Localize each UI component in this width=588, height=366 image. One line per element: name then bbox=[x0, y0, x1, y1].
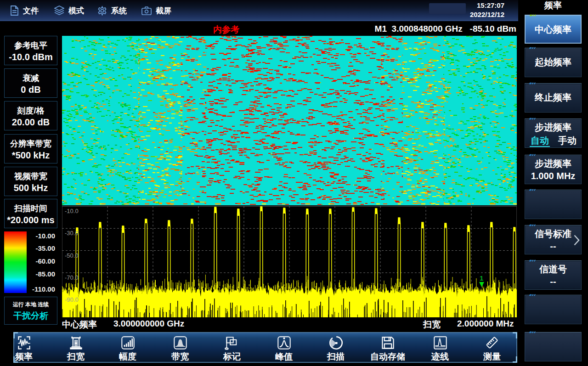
svg-text:-90.0: -90.0 bbox=[65, 296, 79, 303]
svg-text:-10.0: -10.0 bbox=[65, 208, 79, 214]
svg-text:1: 1 bbox=[480, 274, 483, 282]
svg-text:-70.0: -70.0 bbox=[65, 274, 79, 281]
svg-text:-30.0: -30.0 bbox=[65, 230, 79, 236]
svg-text:-50.0: -50.0 bbox=[65, 252, 79, 259]
